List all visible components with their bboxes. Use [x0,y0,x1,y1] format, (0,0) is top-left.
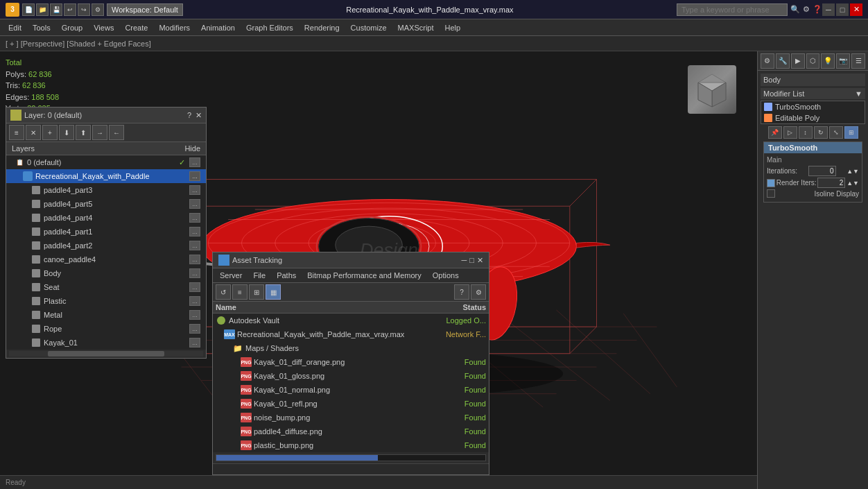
ts-render-iters-spinner[interactable]: ▲▼ [847,180,859,187]
menu-item-modifiers[interactable]: Modifiers [153,22,196,33]
close-button[interactable]: ✕ [850,3,862,16]
layer-item-default[interactable]: 📋0 (default)✓… [6,155,206,169]
layers-tool-move-up[interactable]: ⬆ [76,125,91,140]
mod-move-button[interactable]: ↕ [799,126,813,139]
undo-button[interactable]: ↩ [64,3,76,16]
mod-rotate-button[interactable]: ↻ [814,126,828,139]
at-item-1[interactable]: MAXRecreational_Kayak_with_Paddle_max_vr… [213,327,489,341]
viewport-orientation-cube[interactable] [688,65,743,121]
at-item-9[interactable]: PNGplastic_bump.pngFound [213,438,489,452]
search-icon[interactable]: 🔍 [790,5,800,14]
layer-item-plastic[interactable]: Plastic… [6,294,206,308]
layers-close-button[interactable]: ✕ [196,111,202,120]
at-minimize-button[interactable]: ─ [462,256,467,265]
tools-icon[interactable]: ⚙ [803,5,810,14]
layer-item-paddle4_part5[interactable]: paddle4_part5… [6,197,206,211]
mod-select-button[interactable]: ▷ [783,126,797,139]
layer-item-kayak_01[interactable]: Kayak_01… [6,336,206,350]
layers-tool-collapse[interactable]: ← [109,125,124,140]
at-close-button[interactable]: ✕ [477,256,483,265]
at-settings-button[interactable]: ⚙ [471,284,486,300]
minimize-button[interactable]: ─ [822,3,835,16]
layers-tool-add[interactable]: + [42,125,58,140]
layer-item-metal[interactable]: Metal… [6,308,206,322]
layer-item-kayak_root[interactable]: Recreational_Kayak_with_Paddle… [6,169,206,183]
rt-icon6[interactable]: 📷 [836,53,850,69]
ts-isoline-checkbox[interactable] [767,189,775,198]
at-item-3[interactable]: PNGKayak_01_diff_orange.pngFound [213,355,489,369]
menu-item-customize[interactable]: Customize [345,22,392,33]
menu-item-animation[interactable]: Animation [196,22,241,33]
modifier-dropdown-icon[interactable]: ▼ [855,89,862,98]
layer-item-body[interactable]: Body… [6,266,206,280]
layer-item-canoe_paddle4[interactable]: canoe_paddle4… [6,252,206,266]
layer-item-seat[interactable]: Seat… [6,280,206,294]
at-item-6[interactable]: PNGKayak_01_refl.pngFound [213,397,489,411]
layers-scrollbar[interactable] [9,351,203,357]
layers-tool-move-down[interactable]: ⬇ [59,125,74,140]
menu-item-views[interactable]: Views [88,22,119,33]
rt-icon1[interactable]: ⚙ [761,53,774,69]
at-menu-paths[interactable]: Paths [272,270,300,281]
at-grid-view-button[interactable]: ⊞ [249,284,264,300]
menu-item-graph-editors[interactable]: Graph Editors [241,22,299,33]
new-button[interactable]: 📄 [22,3,35,16]
maximize-button[interactable]: □ [836,3,849,16]
menu-item-maxscript[interactable]: MAXScript [392,22,440,33]
layers-help-button[interactable]: ? [187,111,191,120]
rt-icon7[interactable]: ☰ [851,53,865,69]
layer-item-paddle4_part1[interactable]: paddle4_part1… [6,225,206,239]
viewport[interactable]: Total Polys: 62 836 Tris: 62 836 Edges: … [0,51,757,489]
open-button[interactable]: 📁 [36,3,49,16]
workspace-selector[interactable]: Workspace: Default [107,3,183,16]
ts-render-iters-input[interactable] [817,178,845,188]
layer-item-paddle4_part2[interactable]: paddle4_part2… [6,239,206,252]
ts-iterations-input[interactable] [808,166,836,176]
layer-item-rope[interactable]: Rope… [6,322,206,336]
layers-tool-delete[interactable]: ✕ [26,125,41,140]
at-menu-file[interactable]: File [249,270,270,281]
at-maximize-button[interactable]: □ [469,256,474,265]
at-refresh-button[interactable]: ↺ [216,284,231,300]
layers-tool-menu[interactable]: ≡ [9,125,24,140]
mod-scale-button[interactable]: ⤡ [829,126,843,139]
at-item-4[interactable]: PNGKayak_01_gloss.pngFound [213,369,489,383]
menu-item-edit[interactable]: Edit [3,22,27,33]
menu-item-group[interactable]: Group [56,22,89,33]
at-item-5[interactable]: PNGKayak_01_normal.pngFound [213,383,489,397]
save-button[interactable]: 💾 [50,3,62,16]
rt-icon4[interactable]: ⬡ [806,53,820,69]
at-list-view-button[interactable]: ≡ [232,284,248,300]
mod-pin-button[interactable]: 📌 [768,126,782,139]
rt-icon5[interactable]: 💡 [821,53,835,69]
modifier-editable-poly[interactable]: Editable Poly [761,112,865,123]
at-menu-server[interactable]: Server [216,270,246,281]
rt-icon3[interactable]: ▶ [791,53,805,69]
redo-button[interactable]: ↪ [78,3,90,16]
at-table-view-button[interactable]: ▦ [266,284,281,300]
at-item-2[interactable]: 📁Maps / Shaders [213,341,489,355]
ts-iterations-spinner[interactable]: ▲▼ [847,168,859,175]
at-progress-bar [216,455,378,461]
help-icon[interactable]: ❓ [813,5,822,14]
at-item-8[interactable]: PNGpaddle4_diffuse.pngFound [213,424,489,438]
menu-item-help[interactable]: Help [440,22,467,33]
at-item-7[interactable]: PNGnoise_bump.pngFound [213,411,489,424]
menu-item-rendering[interactable]: Rendering [299,22,345,33]
at-menu-bitmap-performance-and-memory[interactable]: Bitmap Performance and Memory [303,270,425,281]
orientation-cube[interactable] [688,65,736,114]
layer-item-paddle4_part3[interactable]: paddle4_part3… [6,183,206,197]
modifier-turbosmooth[interactable]: TurboSmooth [761,101,865,112]
menu-item-create[interactable]: Create [119,22,153,33]
layers-tool-expand[interactable]: → [92,125,107,140]
ts-render-iters-checkbox[interactable] [767,179,775,187]
search-input[interactable] [677,3,788,16]
at-menu-options[interactable]: Options [428,270,463,281]
layers-list: 📋0 (default)✓…Recreational_Kayak_with_Pa… [6,155,206,350]
at-item-0[interactable]: Autodesk VaultLogged O... [213,314,489,327]
menu-item-tools[interactable]: Tools [27,22,56,33]
at-help-button[interactable]: ? [454,284,469,300]
mod-grid-button[interactable]: ⊞ [844,126,858,139]
rt-icon2[interactable]: 🔧 [776,53,790,69]
layer-item-paddle4_part4[interactable]: paddle4_part4… [6,211,206,225]
